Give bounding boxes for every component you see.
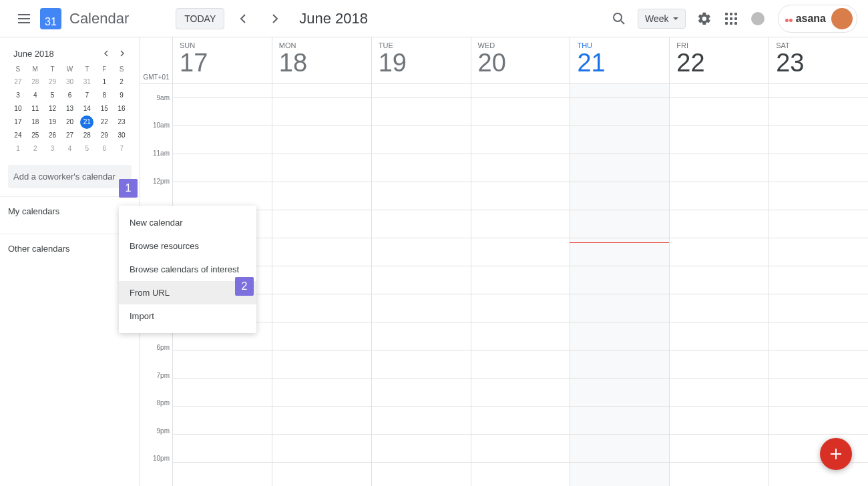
hour-cell[interactable] (173, 97, 272, 126)
mini-day-cell[interactable]: 26 (44, 129, 61, 142)
add-calendar-menu-item[interactable]: Import (119, 304, 256, 328)
hour-cell[interactable] (570, 406, 669, 434)
add-calendar-menu-item[interactable]: New calendar (119, 211, 256, 234)
asana-extension-chip[interactable]: asana (778, 5, 857, 33)
mini-day-cell[interactable]: 29 (95, 129, 113, 142)
hour-cell[interactable] (272, 238, 371, 266)
hour-cell[interactable] (670, 322, 769, 350)
hour-cell[interactable] (670, 462, 769, 486)
hour-cell[interactable] (173, 126, 272, 154)
hour-cell[interactable] (670, 97, 769, 126)
hour-cell[interactable] (173, 462, 272, 486)
hour-cell[interactable] (173, 406, 272, 434)
hour-cell[interactable] (272, 406, 371, 434)
hour-cell[interactable] (471, 350, 570, 378)
day-column[interactable] (769, 84, 868, 486)
hour-cell[interactable] (570, 434, 669, 462)
mini-day-cell[interactable]: 28 (78, 129, 95, 142)
hour-cell[interactable] (769, 350, 868, 378)
hour-cell[interactable] (769, 97, 868, 126)
hour-cell[interactable] (272, 126, 371, 154)
day-column[interactable] (471, 84, 570, 486)
main-menu-button[interactable] (11, 5, 37, 32)
hour-cell[interactable] (272, 434, 371, 462)
hour-cell[interactable] (272, 97, 371, 126)
hour-cell[interactable] (471, 126, 570, 154)
date-number[interactable]: 22 (676, 49, 769, 77)
hour-cell[interactable] (670, 182, 769, 210)
hour-cell[interactable] (769, 154, 868, 182)
mini-day-cell[interactable]: 31 (78, 75, 95, 89)
mini-day-cell[interactable]: 27 (9, 75, 27, 89)
hour-cell[interactable] (769, 266, 868, 294)
mini-day-cell[interactable]: 15 (95, 102, 113, 115)
hour-cell[interactable] (670, 210, 769, 238)
hour-cell[interactable] (570, 378, 669, 406)
prev-week-button[interactable] (230, 5, 256, 32)
hour-cell[interactable] (570, 126, 669, 154)
mini-day-cell[interactable]: 4 (61, 142, 79, 156)
hour-cell[interactable] (769, 126, 868, 154)
day-column[interactable] (570, 84, 669, 486)
hour-cell[interactable] (670, 406, 769, 434)
hour-cell[interactable] (769, 378, 868, 406)
hour-cell[interactable] (471, 322, 570, 350)
hour-cell[interactable] (272, 322, 371, 350)
date-number[interactable]: 23 (776, 49, 868, 77)
hour-cell[interactable] (173, 378, 272, 406)
hour-cell[interactable] (570, 266, 669, 294)
mini-day-cell[interactable]: 28 (27, 75, 44, 89)
mini-prev-month[interactable] (98, 45, 114, 61)
mini-day-cell[interactable]: 30 (61, 75, 79, 89)
hour-cell[interactable] (272, 294, 371, 322)
mini-day-cell[interactable]: 30 (113, 129, 130, 142)
date-number[interactable]: 17 (180, 49, 272, 77)
hour-cell[interactable] (372, 210, 471, 238)
mini-day-cell[interactable]: 1 (9, 142, 27, 156)
hour-cell[interactable] (570, 322, 669, 350)
hour-cell[interactable] (471, 378, 570, 406)
hour-cell[interactable] (471, 294, 570, 322)
hour-cell[interactable] (670, 266, 769, 294)
date-number[interactable]: 20 (478, 49, 570, 77)
mini-day-cell[interactable]: 18 (27, 115, 44, 129)
hour-cell[interactable] (769, 182, 868, 210)
mini-day-cell[interactable]: 22 (95, 115, 113, 129)
hour-cell[interactable] (372, 462, 471, 486)
hour-cell[interactable] (372, 266, 471, 294)
mini-day-cell[interactable]: 23 (113, 115, 130, 129)
hour-cell[interactable] (670, 378, 769, 406)
day-column[interactable] (371, 84, 471, 486)
hour-cell[interactable] (670, 350, 769, 378)
hour-cell[interactable] (471, 210, 570, 238)
hour-cell[interactable] (570, 154, 669, 182)
today-button[interactable]: TODAY (176, 8, 224, 29)
hour-cell[interactable] (471, 238, 570, 266)
add-calendar-menu-item[interactable]: Browse resources (119, 234, 256, 258)
notifications-button[interactable] (744, 5, 771, 32)
mini-day-cell[interactable]: 3 (9, 89, 27, 102)
hour-cell[interactable] (372, 154, 471, 182)
mini-day-cell[interactable]: 10 (9, 102, 27, 115)
settings-button[interactable] (691, 5, 718, 32)
mini-day-cell[interactable]: 17 (9, 115, 27, 129)
hour-cell[interactable] (570, 294, 669, 322)
hour-cell[interactable] (471, 97, 570, 126)
mini-day-cell[interactable]: 6 (61, 89, 79, 102)
hour-cell[interactable] (173, 434, 272, 462)
hour-cell[interactable] (769, 294, 868, 322)
hour-cell[interactable] (272, 154, 371, 182)
next-week-button[interactable] (262, 5, 288, 32)
hour-cell[interactable] (570, 210, 669, 238)
hour-cell[interactable] (372, 350, 471, 378)
hour-cell[interactable] (769, 238, 868, 266)
mini-day-cell[interactable]: 27 (61, 129, 79, 142)
hour-cell[interactable] (471, 182, 570, 210)
mini-day-cell[interactable]: 7 (78, 89, 95, 102)
mini-day-cell[interactable]: 13 (61, 102, 79, 115)
hour-cell[interactable] (372, 294, 471, 322)
add-coworker-input[interactable]: Add a coworker's calendar (8, 165, 132, 188)
hour-cell[interactable] (570, 350, 669, 378)
date-number[interactable]: 18 (279, 49, 371, 77)
mini-next-month[interactable] (114, 45, 130, 61)
